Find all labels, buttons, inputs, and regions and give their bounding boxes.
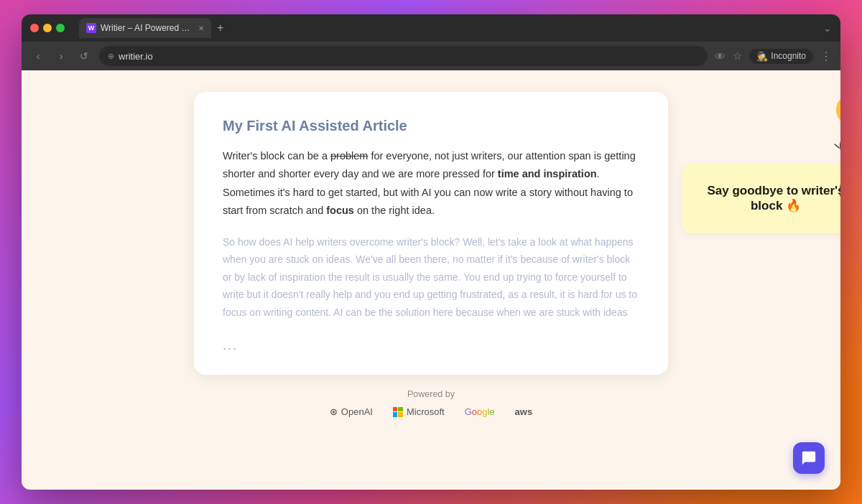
browser-window: W Writier – AI Powered Writing ✕ + ⌄ ‹ ›…: [22, 14, 840, 490]
openai-label: OpenAI: [341, 406, 373, 417]
incognito-badge: 🕵 Incognito: [749, 49, 813, 64]
openai-icon: ⊛: [330, 406, 338, 417]
partner-logos: ⊛ OpenAI Microsoft Google: [330, 406, 532, 417]
incognito-icon: 🕵: [756, 51, 768, 62]
refresh-button[interactable]: ↺: [76, 48, 92, 64]
microsoft-logo: Microsoft: [393, 406, 445, 417]
more-menu-icon[interactable]: ⋮: [820, 50, 832, 63]
tab-label: Writier – AI Powered Writing: [101, 23, 194, 33]
back-button[interactable]: ‹: [30, 48, 46, 64]
powered-by-label: Powered by: [407, 389, 455, 399]
aws-logo: aws: [515, 406, 533, 417]
star-icon[interactable]: ☆: [733, 50, 742, 62]
traffic-lights: [30, 24, 65, 32]
article-card: My First AI Assisted Article Writer's bl…: [194, 92, 668, 375]
article-title: My First AI Assisted Article: [223, 118, 639, 134]
aws-label: aws: [515, 406, 533, 417]
chat-icon: [801, 450, 817, 466]
toolbar-right: 👁 ☆ 🕵 Incognito ⋮: [715, 49, 832, 64]
article-faded-paragraph: So how does AI help writers overcome wri…: [223, 233, 639, 322]
page-content: My First AI Assisted Article Writer's bl…: [22, 70, 840, 490]
article-body-paragraph: Writer's block can be a problem for ever…: [223, 147, 639, 220]
svg-point-0: [836, 95, 840, 124]
bold-text-1: time and inspiration: [498, 168, 597, 179]
url-text: writier.io: [119, 51, 153, 62]
body-text-4: on the right idea.: [354, 205, 435, 216]
openai-logo: ⊛ OpenAI: [330, 406, 373, 417]
browser-toolbar: ‹ › ↺ ⊕ writier.io 👁 ☆ 🕵 Incognito ⋮: [22, 42, 840, 70]
body-text-1: Writer's block can be a: [223, 150, 330, 162]
browser-tab[interactable]: W Writier – AI Powered Writing ✕: [79, 18, 211, 38]
ellipsis: ...: [223, 338, 639, 353]
forward-button[interactable]: ›: [53, 48, 69, 64]
chat-button[interactable]: [793, 442, 825, 474]
lightbulb-illustration: [805, 70, 840, 214]
tab-close-icon[interactable]: ✕: [198, 24, 204, 32]
secure-icon: ⊕: [108, 52, 114, 61]
tab-area: W Writier – AI Powered Writing ✕ +: [79, 18, 817, 38]
new-tab-button[interactable]: +: [217, 22, 223, 34]
address-bar[interactable]: ⊕ writier.io: [99, 46, 708, 66]
google-logo: Google: [465, 406, 495, 417]
close-button[interactable]: [30, 24, 39, 32]
bold-text-2: focus: [326, 205, 354, 216]
google-label: Google: [465, 406, 495, 417]
microsoft-icon: [393, 407, 403, 417]
browser-titlebar: W Writier – AI Powered Writing ✕ + ⌄: [22, 14, 840, 42]
eye-off-icon[interactable]: 👁: [715, 50, 726, 62]
window-controls: ⌄: [823, 22, 832, 34]
microsoft-label: Microsoft: [407, 406, 445, 417]
page-wrapper: My First AI Assisted Article Writer's bl…: [36, 92, 826, 375]
maximize-button[interactable]: [56, 24, 65, 32]
chevron-down-icon[interactable]: ⌄: [823, 22, 832, 34]
minimize-button[interactable]: [43, 24, 52, 32]
incognito-label: Incognito: [771, 51, 806, 61]
svg-line-6: [835, 144, 839, 148]
footer: Powered by ⊛ OpenAI Microsoft: [330, 389, 532, 417]
strikethrough-text: problem: [330, 150, 368, 162]
tab-favicon: W: [86, 23, 96, 33]
